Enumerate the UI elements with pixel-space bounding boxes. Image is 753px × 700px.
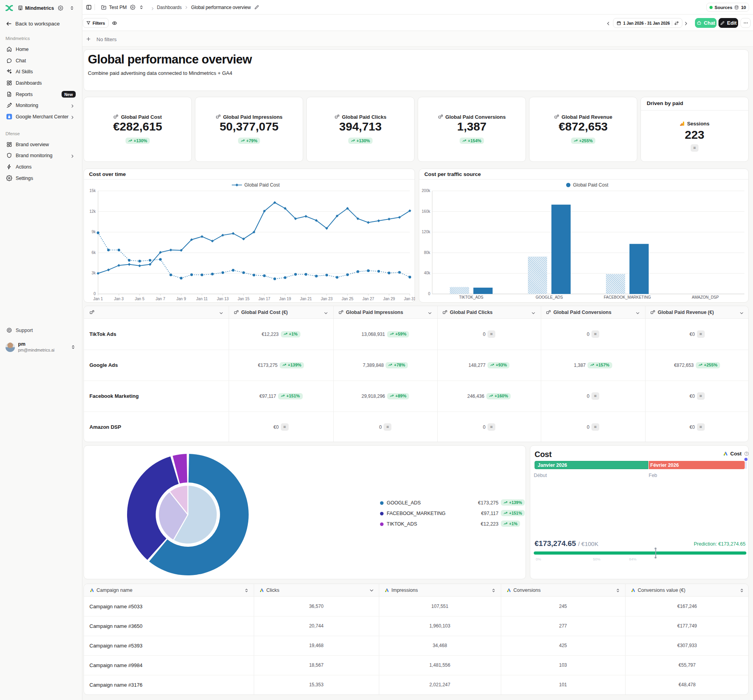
svg-text:12k: 12k: [89, 209, 96, 214]
svg-text:6k: 6k: [91, 250, 96, 255]
svg-text:Jan 25: Jan 25: [342, 297, 353, 301]
svg-text:Jan 13: Jan 13: [217, 297, 229, 301]
svg-text:Jan 27: Jan 27: [362, 297, 374, 301]
svg-text:Jan 29: Jan 29: [383, 297, 395, 301]
svg-text:0: 0: [428, 292, 430, 296]
svg-text:200k: 200k: [422, 189, 431, 193]
svg-text:Jan 17: Jan 17: [258, 297, 270, 301]
svg-text:GOOGLE_ADS: GOOGLE_ADS: [536, 295, 563, 299]
svg-text:15k: 15k: [89, 189, 96, 193]
svg-text:160k: 160k: [422, 209, 431, 214]
svg-text:Jan 11: Jan 11: [196, 297, 208, 301]
svg-text:0: 0: [93, 292, 96, 296]
svg-text:Jan 5: Jan 5: [135, 297, 145, 301]
svg-text:FACEBOOK_MARKETING: FACEBOOK_MARKETING: [604, 295, 651, 299]
svg-text:Jan 1: Jan 1: [93, 297, 103, 301]
svg-text:AMAZON_DSP: AMAZON_DSP: [692, 295, 719, 299]
svg-text:Jan 19: Jan 19: [279, 297, 291, 301]
svg-text:Global Paid Cost: Global Paid Cost: [244, 182, 280, 188]
svg-text:9k: 9k: [91, 230, 96, 234]
svg-text:Jan 31: Jan 31: [404, 297, 415, 301]
svg-text:Jan 9: Jan 9: [176, 297, 186, 301]
svg-text:Jan 7: Jan 7: [156, 297, 166, 301]
svg-text:3k: 3k: [91, 271, 96, 275]
svg-text:80k: 80k: [424, 250, 431, 255]
svg-text:40k: 40k: [424, 271, 431, 275]
svg-text:Jan 15: Jan 15: [238, 297, 249, 301]
svg-text:Jan 23: Jan 23: [321, 297, 333, 301]
svg-text:Jan 21: Jan 21: [300, 297, 312, 301]
svg-text:Global Paid Cost: Global Paid Cost: [573, 182, 609, 188]
svg-text:TIKTOK_ADS: TIKTOK_ADS: [459, 295, 483, 299]
svg-text:120k: 120k: [422, 230, 431, 234]
svg-text:Jan 3: Jan 3: [114, 297, 124, 301]
